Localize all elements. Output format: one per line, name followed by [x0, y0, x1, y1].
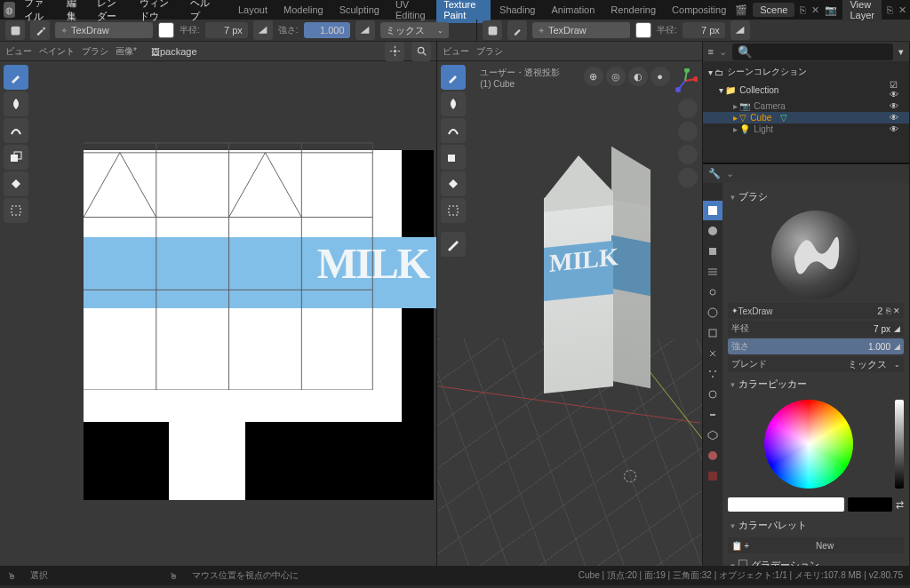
- vp-pan-icon[interactable]: [678, 122, 698, 141]
- brush-3d-selector[interactable]: ✦TexDraw: [532, 22, 630, 38]
- tab-physics[interactable]: [703, 385, 722, 404]
- tab-viewlayer[interactable]: [703, 262, 722, 282]
- vp-tool-annotate[interactable]: [441, 232, 466, 257]
- outliner-item-camera[interactable]: ▸ 📷Camera 👁: [703, 100, 909, 112]
- vp-tool-clone[interactable]: [441, 145, 466, 170]
- vp-overlays-icon[interactable]: ◎: [606, 67, 626, 86]
- outliner-scene-collection[interactable]: ▾ 🗀シーンコレクション: [703, 65, 909, 79]
- value-slider[interactable]: [895, 400, 904, 489]
- panel-brush[interactable]: ブラシ: [728, 187, 904, 207]
- subhdr-view[interactable]: ビュー: [5, 45, 32, 58]
- color-wheel[interactable]: [764, 400, 853, 489]
- tab-particle[interactable]: [703, 364, 722, 384]
- swap-colors-icon[interactable]: ⇄: [896, 499, 904, 511]
- workspace-tab-rendering[interactable]: Rendering: [603, 2, 663, 18]
- strength-field[interactable]: [304, 22, 350, 38]
- radius-field[interactable]: [205, 22, 248, 38]
- subhdr-image[interactable]: 画像*: [116, 45, 137, 58]
- brush-radius-row[interactable]: 半径 ◢: [728, 321, 904, 337]
- tool-clone[interactable]: [4, 145, 28, 170]
- strength-pressure-icon[interactable]: [355, 20, 375, 40]
- eye-icon[interactable]: 👁: [890, 101, 904, 111]
- workspace-tab-modeling[interactable]: Modeling: [276, 2, 331, 18]
- blender-logo-icon[interactable]: ◍: [4, 2, 15, 18]
- vp-tool-draw[interactable]: [441, 65, 466, 90]
- fg-color-swatch[interactable]: [728, 497, 844, 512]
- vp-camera-icon[interactable]: [678, 145, 698, 164]
- viewlayer-selector[interactable]: View Layer: [842, 0, 882, 22]
- outliner-type-icon[interactable]: ≡: [708, 46, 714, 57]
- tab-scene[interactable]: [703, 282, 722, 302]
- tab-world[interactable]: [703, 303, 722, 322]
- eye-icon[interactable]: 👁: [890, 113, 904, 123]
- tab-object[interactable]: [703, 323, 722, 343]
- subhdr-paint[interactable]: ペイント: [39, 45, 75, 58]
- scene-selector[interactable]: Scene: [753, 3, 794, 17]
- tab-render[interactable]: [703, 221, 722, 241]
- vp-brush[interactable]: ブラシ: [476, 45, 503, 58]
- pan-icon[interactable]: [385, 42, 404, 61]
- editor-type-icon[interactable]: [5, 20, 25, 40]
- tool-draw[interactable]: [4, 65, 28, 90]
- workspace-tab-shading[interactable]: Shading: [492, 2, 542, 18]
- tab-mesh[interactable]: [703, 425, 722, 445]
- delete-scene-icon[interactable]: ✕: [811, 4, 819, 16]
- outliner-item-cube[interactable]: ▸ ▽Cube ▽ 👁: [703, 112, 909, 123]
- outliner-collection[interactable]: ▾ 📁Collection ☑ 👁: [703, 79, 909, 100]
- workspace-tab-layout[interactable]: Layout: [231, 2, 275, 18]
- panel-palette[interactable]: カラーパレット: [728, 515, 904, 536]
- tab-material[interactable]: [703, 446, 722, 465]
- brush-blend-row[interactable]: ブレンドミックス⌄: [728, 356, 904, 372]
- panel-gradient[interactable]: グラデーション: [728, 555, 904, 566]
- brush-preview[interactable]: [771, 211, 860, 299]
- tool-fill[interactable]: [4, 171, 28, 196]
- tool-smear[interactable]: [4, 118, 28, 143]
- outliner-item-light[interactable]: ▸ 💡Light 👁: [703, 123, 909, 135]
- tab-constraint[interactable]: [703, 405, 722, 425]
- tab-active-tool[interactable]: [703, 201, 722, 220]
- subhdr-brush[interactable]: ブラシ: [82, 45, 108, 58]
- vp-persp-icon[interactable]: [678, 168, 698, 187]
- image-name-field[interactable]: 🖼package: [151, 46, 197, 57]
- new-viewlayer-icon[interactable]: ⎘: [887, 4, 893, 15]
- radius-3d-field[interactable]: [682, 22, 725, 38]
- color-swatch-3d[interactable]: [635, 22, 651, 38]
- vp-gizmos-icon[interactable]: ⊕: [584, 67, 603, 86]
- workspace-tab-compositing[interactable]: Compositing: [665, 2, 733, 18]
- outliner-search-input[interactable]: [732, 44, 893, 60]
- outliner-filter-icon[interactable]: ▾: [898, 46, 904, 58]
- brush-icon[interactable]: [30, 20, 50, 40]
- brush-3d-icon[interactable]: [507, 20, 527, 40]
- panel-colorpicker[interactable]: カラーピッカー: [728, 374, 904, 394]
- vp-xray-icon[interactable]: ◐: [628, 67, 648, 86]
- workspace-tab-sculpting[interactable]: Sculpting: [332, 2, 387, 18]
- delete-viewlayer-icon[interactable]: ✕: [898, 4, 906, 16]
- image-canvas[interactable]: MILK: [0, 61, 436, 566]
- zoom-icon[interactable]: [411, 42, 431, 61]
- palette-new-button[interactable]: 📋 + New: [728, 537, 904, 553]
- tool-soften[interactable]: [4, 91, 28, 116]
- tab-output[interactable]: [703, 242, 722, 261]
- vp-tool-fill[interactable]: [441, 171, 466, 196]
- brush-strength-row[interactable]: 強さ ◢: [728, 338, 904, 354]
- brush-selector[interactable]: ✦TexDraw: [55, 22, 153, 38]
- props-type-icon[interactable]: 🔧: [708, 168, 721, 179]
- radius-3d-pressure-icon[interactable]: [730, 20, 750, 40]
- milk-carton-object[interactable]: MILK: [544, 141, 651, 399]
- color-swatch[interactable]: [158, 22, 174, 38]
- vp-tool-mask[interactable]: [441, 198, 466, 223]
- orientation-gizmo[interactable]: [673, 68, 698, 93]
- new-scene-icon[interactable]: ⎘: [800, 4, 806, 15]
- bg-color-swatch[interactable]: [848, 497, 892, 512]
- tab-modifier[interactable]: [703, 344, 722, 363]
- vp-tool-smear[interactable]: [441, 118, 466, 143]
- vp-view[interactable]: ビュー: [443, 45, 469, 58]
- vp-zoom-icon[interactable]: [678, 99, 698, 118]
- vp-shading-icon[interactable]: ●: [651, 67, 670, 86]
- workspace-tab-animation[interactable]: Animation: [544, 2, 602, 18]
- brush-name-field[interactable]: ✦ TexDraw 2 ⎘ ✕: [728, 303, 904, 319]
- eye-icon[interactable]: 👁: [890, 124, 904, 134]
- blend-mode-selector[interactable]: ミックス⌄: [380, 22, 449, 38]
- vp-tool-soften[interactable]: [441, 91, 466, 116]
- viewport-canvas[interactable]: MILK ユーザー・透視投影 (1) Cube ⊕ ◎: [437, 61, 701, 566]
